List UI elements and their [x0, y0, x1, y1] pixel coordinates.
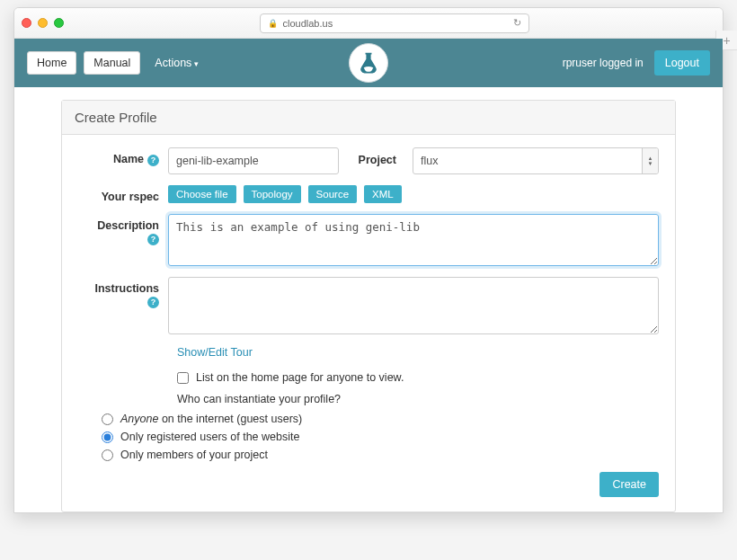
- radio-members-label: Only members of your project: [120, 449, 268, 461]
- radio-registered[interactable]: [102, 431, 113, 443]
- show-edit-tour-link[interactable]: Show/Edit Tour: [177, 346, 253, 359]
- description-label: Description?: [78, 214, 168, 266]
- description-textarea[interactable]: This is an example of using geni-lib: [168, 214, 659, 266]
- project-label: Project: [346, 147, 405, 166]
- window-close-icon[interactable]: [22, 18, 31, 28]
- nav-manual-button[interactable]: Manual: [84, 51, 140, 75]
- instantiate-question: Who can instantiate your profile?: [177, 393, 659, 405]
- list-homepage-label: List on the home page for anyone to view…: [196, 371, 404, 384]
- radio-anyone[interactable]: [102, 413, 113, 425]
- topology-button[interactable]: Topology: [244, 185, 301, 203]
- nav-home-button[interactable]: Home: [27, 51, 76, 75]
- help-icon[interactable]: ?: [147, 155, 159, 166]
- project-select[interactable]: flux: [413, 147, 659, 174]
- lock-icon: 🔒: [268, 19, 278, 28]
- choose-file-button[interactable]: Choose file: [168, 185, 236, 203]
- refresh-icon[interactable]: ↻: [513, 17, 521, 29]
- window-zoom-icon[interactable]: [54, 18, 64, 28]
- panel-title: Create Profile: [62, 101, 675, 135]
- instructions-label: Instructions?: [78, 277, 168, 334]
- xml-button[interactable]: XML: [364, 185, 402, 203]
- nav-actions-dropdown[interactable]: Actions: [147, 52, 206, 74]
- radio-members[interactable]: [102, 449, 113, 461]
- help-icon[interactable]: ?: [147, 234, 159, 245]
- name-input[interactable]: [168, 147, 339, 174]
- radio-anyone-label: Anyone on the internet (guest users): [120, 413, 302, 425]
- logout-button[interactable]: Logout: [654, 50, 710, 76]
- logged-in-text: rpruser logged in: [563, 57, 644, 69]
- radio-registered-label: Only registered users of the website: [120, 431, 299, 443]
- address-bar[interactable]: 🔒 cloudlab.us ↻: [260, 13, 529, 33]
- create-button[interactable]: Create: [599, 472, 659, 497]
- url-text: cloudlab.us: [283, 18, 333, 29]
- name-label: Name?: [78, 147, 168, 174]
- list-homepage-checkbox[interactable]: [177, 372, 189, 384]
- instructions-textarea[interactable]: [168, 277, 659, 334]
- brand-logo: [349, 43, 388, 83]
- help-icon[interactable]: ?: [147, 297, 159, 308]
- rspec-label: Your rspec: [78, 185, 168, 203]
- select-arrows-icon: ▲▼: [642, 148, 658, 173]
- source-button[interactable]: Source: [308, 185, 357, 203]
- window-minimize-icon[interactable]: [38, 18, 48, 28]
